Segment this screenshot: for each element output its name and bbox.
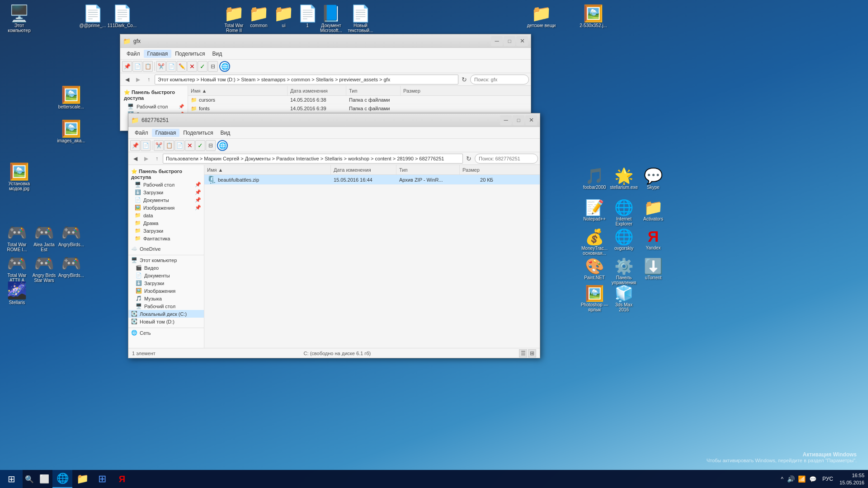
- desktop-icon-computer[interactable]: 🖥️ Этот компьютер: [2, 2, 36, 35]
- desktop-icon-betterscale[interactable]: 🖼️ betterscale...: [54, 84, 88, 111]
- desktop-icon-ovgorskiy[interactable]: 🌐 ovgorskiy: [608, 226, 640, 253]
- nav-back-2[interactable]: ◀: [130, 154, 140, 164]
- toolbar-btn-new[interactable]: 📄: [132, 61, 142, 72]
- view-list[interactable]: ☰: [519, 349, 527, 357]
- col-name-header-1[interactable]: Имя ▲: [188, 86, 288, 95]
- nav-forward-2[interactable]: ▶: [141, 154, 151, 164]
- sidebar2-docs2[interactable]: 📄Документы: [128, 272, 204, 279]
- menu-share-2[interactable]: Поделиться: [179, 129, 217, 137]
- window1-minimize[interactable]: ─: [491, 36, 503, 46]
- menu-share-1[interactable]: Поделиться: [171, 50, 208, 58]
- menu-view-1[interactable]: Вид: [208, 50, 226, 58]
- nav-refresh-1[interactable]: ↻: [459, 75, 469, 84]
- desktop-icon-alea[interactable]: 🎮 Alea Jacta Est: [29, 221, 59, 254]
- search-box-2[interactable]: [475, 154, 538, 164]
- sidebar2-locald[interactable]: 💽Новый том (D:): [128, 318, 204, 325]
- sidebar2-data[interactable]: 📁data: [128, 211, 204, 219]
- taskbar-clock[interactable]: 16:55 15.05.2016: [836, 472, 868, 487]
- toolbar-btn-rename[interactable]: ✏️: [177, 61, 187, 72]
- col-name-header-2[interactable]: Имя ▲: [204, 165, 331, 174]
- desktop-icon-skype[interactable]: 💬 Skype: [637, 165, 669, 192]
- desktop-icon-totalwar-rome[interactable]: 🎮 Total War ROME I...: [2, 221, 32, 254]
- sidebar2-images[interactable]: 🖼️Изображения📌: [128, 204, 204, 211]
- toolbar-btn-delete[interactable]: ✕: [187, 61, 197, 72]
- desktop-icon-utorrent[interactable]: ⬇️ uTorrent: [637, 255, 669, 282]
- sidebar2-music[interactable]: 🎵Музыка: [128, 295, 204, 302]
- desktop-icon-stellarium[interactable]: 🌟 stellarium.exe: [608, 165, 640, 192]
- window2-maximize[interactable]: □: [513, 115, 524, 125]
- desktop-icon-images-aka[interactable]: 🖼️ images_aka...: [54, 117, 88, 145]
- desktop-icon-3dsmax[interactable]: 🧊 3ds Max 2016: [608, 282, 640, 314]
- taskbar-explorer[interactable]: 📁: [72, 470, 92, 488]
- toolbar-btn-copy[interactable]: 📋: [143, 61, 153, 72]
- toolbar-btn-globe[interactable]: 🌐: [219, 61, 230, 72]
- toolbar-btn-cut[interactable]: ✂️: [156, 61, 166, 72]
- desktop-icon-worddoc[interactable]: 📘 Документ Microsoft...: [314, 2, 348, 35]
- desktop-icon-img530[interactable]: 🖼️ 2-530x352.j...: [576, 2, 610, 30]
- address-box-1[interactable]: Этот компьютер > Новый том (D:) > Steam …: [155, 75, 458, 84]
- menu-file-2[interactable]: Файл: [131, 129, 152, 137]
- sidebar2-video[interactable]: 🎬Видео: [128, 264, 204, 272]
- window1-close[interactable]: ✕: [516, 36, 528, 46]
- sidebar2-downloads[interactable]: ⬇️Загрузки📌: [128, 188, 204, 196]
- desktop-icon-angrybirds1[interactable]: 🎮 AngryBirds...: [57, 221, 86, 249]
- toolbar-btn-check[interactable]: ✓: [198, 61, 208, 72]
- desktop-icon-activators[interactable]: 📁 Activators: [637, 197, 669, 223]
- sidebar2-documents[interactable]: 📄Документы📌: [128, 196, 204, 204]
- menu-view-2[interactable]: Вид: [217, 129, 234, 137]
- desktop-icon-111dark[interactable]: 📄 111Dark_Co...: [106, 2, 138, 30]
- taskbar-search[interactable]: 🔍: [23, 472, 36, 486]
- file-row-fonts[interactable]: 📁fonts 14.05.2016 6:39 Папка с файлами: [188, 104, 531, 113]
- taskbar-ie[interactable]: 🌐: [52, 470, 72, 488]
- address-box-2[interactable]: Пользователи > Маркин Сергей > Документы…: [163, 154, 463, 164]
- desktop-icon-paintnet[interactable]: 🎨 Paint.NET: [579, 255, 610, 282]
- desktop-icon-newtext[interactable]: 📄 Новый текстовый...: [344, 2, 377, 35]
- desktop-icon-moneytrac[interactable]: 💰 MoneyTrac... основная...: [579, 226, 610, 258]
- taskbar-yandex[interactable]: Я: [112, 470, 132, 488]
- file-row-cursors[interactable]: 📁cursors 14.05.2016 6:38 Папка с файлами: [188, 96, 531, 104]
- search-box-1[interactable]: [470, 75, 529, 84]
- toolbar-btn-paste[interactable]: 📄: [166, 61, 176, 72]
- toolbar2-btn-copy[interactable]: 📋: [164, 140, 174, 151]
- sidebar2-img2[interactable]: 🖼️Изображения: [128, 287, 204, 295]
- view-tile[interactable]: ⊞: [528, 349, 536, 357]
- col-date-header-1[interactable]: Дата изменения: [288, 86, 346, 95]
- file-row-beautifulbattles[interactable]: 🗜️beautifulbattles.zip 15.05.2016 16:44 …: [204, 175, 540, 185]
- toolbar2-btn-paste[interactable]: 📄: [175, 140, 184, 151]
- desktop-icon-photoshop[interactable]: 🖼️ Photoshop — ярлык: [579, 282, 610, 314]
- window2-close[interactable]: ✕: [525, 115, 537, 125]
- desktop-icon-detskie[interactable]: 📁 детские вещи: [524, 2, 558, 30]
- sidebar2-localc[interactable]: 💽Локальный диск (C:): [128, 310, 204, 318]
- sidebar2-dl2[interactable]: ⬇️Загрузки: [128, 279, 204, 287]
- toolbar2-btn-check[interactable]: ✓: [195, 140, 205, 151]
- col-type-header-2[interactable]: Тип: [396, 165, 460, 174]
- desktop-icon-ui[interactable]: 📁 ui: [271, 2, 296, 30]
- desktop-icon-prime[interactable]: 📄 @@prime_...: [77, 2, 108, 30]
- desktop-icon-stellaris[interactable]: 🌌 Stellaris: [2, 279, 32, 307]
- toolbar2-btn-1[interactable]: 📌: [130, 140, 140, 151]
- sidebar2-downloads2[interactable]: 📁Загрузки: [128, 227, 204, 235]
- sidebar2-fantastika[interactable]: 📁Фантастика: [128, 235, 204, 242]
- nav-refresh-2[interactable]: ↻: [464, 154, 474, 164]
- menu-file-1[interactable]: Файл: [123, 50, 144, 58]
- sidebar2-network[interactable]: 🌐Сеть: [128, 329, 204, 337]
- nav-up-1[interactable]: ↑: [144, 75, 154, 84]
- desktop-icon-foobar[interactable]: 🎵 foobar2000: [579, 165, 610, 192]
- col-size-header-2[interactable]: Размер: [460, 165, 496, 174]
- desktop-icon-setup-mod[interactable]: 🖼️ Установка модов.jpg: [2, 160, 36, 193]
- systray-volume[interactable]: 🔊: [786, 474, 796, 484]
- sidebar2-thispc[interactable]: 🖥️Этот компьютер: [128, 256, 204, 264]
- nav-forward-1[interactable]: ▶: [133, 75, 143, 84]
- nav-back-1[interactable]: ◀: [122, 75, 132, 84]
- col-type-header-1[interactable]: Тип: [346, 86, 401, 95]
- sidebar2-onedrive[interactable]: ☁️OneDrive: [128, 245, 204, 253]
- desktop-icon-yandex[interactable]: Я Yandex: [637, 226, 669, 252]
- toolbar2-btn-cut[interactable]: ✂️: [154, 140, 164, 151]
- toolbar2-btn-props[interactable]: ⊟: [206, 140, 216, 151]
- col-size-header-1[interactable]: Размер: [401, 86, 437, 95]
- toolbar2-btn-delete[interactable]: ✕: [185, 140, 195, 151]
- nav-up-2[interactable]: ↑: [152, 154, 162, 164]
- taskbar-store[interactable]: ⊞: [92, 470, 112, 488]
- toolbar2-btn-2[interactable]: 📄: [141, 140, 151, 151]
- menu-home-1[interactable]: Главная: [144, 50, 172, 58]
